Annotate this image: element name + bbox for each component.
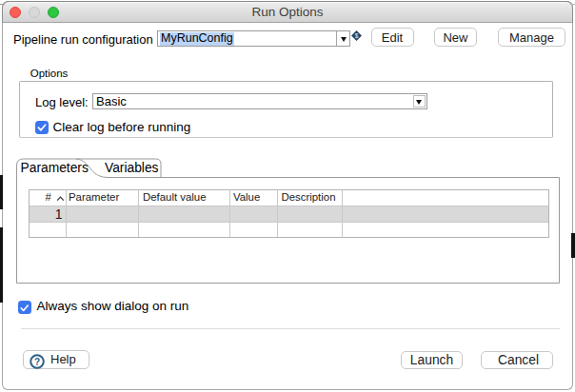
svg-text:?: ? — [34, 356, 40, 366]
